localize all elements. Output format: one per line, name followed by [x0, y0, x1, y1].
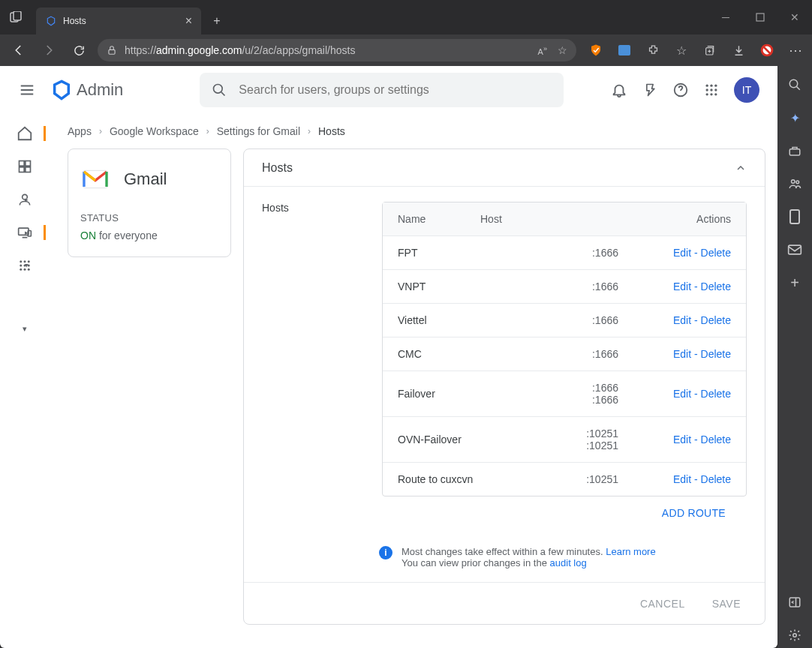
hosts-header[interactable]: Hosts	[244, 149, 765, 187]
admin-header: Admin IT	[0, 66, 777, 114]
svg-rect-20	[26, 161, 31, 166]
sidebar-add-icon[interactable]: +	[782, 270, 807, 296]
status-label: STATUS	[80, 212, 218, 224]
cell-host: :1666	[480, 280, 656, 292]
sidebar-settings-icon[interactable]	[782, 622, 807, 648]
shield-icon[interactable]	[584, 38, 608, 62]
audit-log-link[interactable]: audit log	[550, 557, 587, 568]
window-minimize-button[interactable]: ─	[708, 5, 743, 29]
adblock-icon[interactable]	[755, 38, 779, 62]
cell-actions: Edit - Delete	[656, 473, 731, 485]
nav-home-icon[interactable]	[16, 124, 34, 142]
sidebar-search-icon[interactable]	[782, 72, 807, 98]
edit-link[interactable]: Edit	[673, 280, 691, 292]
search-box[interactable]	[200, 73, 564, 107]
window-close-button[interactable]: ✕	[777, 5, 812, 29]
svg-rect-40	[790, 210, 799, 224]
window-maximize-button[interactable]	[743, 5, 777, 29]
nav-expand-icon[interactable]: ▾	[16, 320, 34, 338]
cell-actions: Edit - Delete	[656, 348, 731, 360]
nav-dashboard-icon[interactable]	[16, 158, 34, 176]
delete-link[interactable]: Delete	[701, 348, 731, 360]
svg-rect-19	[20, 161, 25, 166]
add-route-button[interactable]: ADD ROUTE	[382, 496, 747, 524]
new-tab-button[interactable]: +	[206, 10, 228, 32]
forward-button[interactable]	[35, 36, 63, 64]
apps-icon[interactable]	[704, 82, 719, 98]
delete-link[interactable]: Delete	[701, 473, 731, 485]
cancel-button[interactable]: CANCEL	[640, 598, 685, 610]
cell-actions: Edit - Delete	[656, 314, 731, 326]
brand[interactable]: Admin	[51, 80, 123, 100]
hosts-title: Hosts	[262, 161, 293, 175]
back-button[interactable]	[5, 36, 33, 64]
reader-icon[interactable]: A»	[538, 45, 547, 56]
svg-point-11	[710, 85, 712, 87]
nav-users-icon[interactable]: ▸	[16, 190, 34, 208]
search-input[interactable]	[237, 82, 552, 98]
edit-link[interactable]: Edit	[673, 388, 691, 400]
breadcrumb-item[interactable]: Google Workspace	[110, 125, 199, 137]
more-icon[interactable]: ⋯	[783, 38, 807, 62]
menu-button[interactable]	[12, 75, 42, 105]
address-bar[interactable]: https://admin.google.com/u/2/ac/apps/gma…	[98, 39, 576, 62]
favicon-icon	[45, 15, 57, 27]
downloads-icon[interactable]	[726, 38, 750, 62]
svg-point-28	[28, 260, 30, 262]
delete-link[interactable]: Delete	[701, 280, 731, 292]
avatar[interactable]: IT	[734, 77, 759, 103]
nav-devices-icon[interactable]: ▸	[16, 224, 34, 242]
breadcrumb-item[interactable]: Apps	[68, 125, 92, 137]
gmail-card-title: Gmail	[124, 170, 167, 189]
svg-rect-21	[20, 167, 25, 172]
left-nav: ▸ ▸ ▸ ▾	[0, 114, 50, 648]
table-row: Failover:1666:1666Edit - Delete	[383, 371, 746, 417]
edit-link[interactable]: Edit	[673, 348, 691, 360]
save-button[interactable]: SAVE	[712, 598, 741, 610]
svg-point-39	[796, 181, 799, 184]
browser-sidebar: ✦ +	[777, 66, 812, 648]
collapse-icon[interactable]	[735, 162, 747, 174]
refresh-button[interactable]	[65, 36, 93, 64]
sidebar-mail-icon[interactable]	[782, 237, 807, 262]
breadcrumb-current: Hosts	[318, 125, 345, 137]
favorite-icon[interactable]: ☆	[558, 44, 567, 56]
svg-point-13	[706, 88, 708, 91]
close-tab-icon[interactable]: ×	[185, 14, 192, 28]
learn-more-link[interactable]: Learn more	[606, 546, 655, 557]
sidebar-people-icon[interactable]	[782, 171, 807, 196]
tab-actions-button[interactable]	[0, 0, 32, 34]
sidebar-phone-icon[interactable]	[782, 204, 807, 230]
svg-point-18	[714, 93, 717, 95]
delete-link[interactable]: Delete	[701, 388, 731, 400]
gmail-card: Gmail STATUS ON for everyone	[68, 148, 231, 257]
delete-link[interactable]: Delete	[701, 434, 731, 446]
edit-link[interactable]: Edit	[673, 247, 691, 259]
sidebar-sparkle-icon[interactable]: ✦	[782, 105, 807, 130]
app-icon[interactable]	[612, 38, 636, 62]
nav-apps-icon[interactable]: ▸	[16, 256, 34, 274]
favorites-menu-icon[interactable]: ☆	[669, 38, 693, 62]
edit-link[interactable]: Edit	[673, 434, 691, 446]
tasks-icon[interactable]	[642, 82, 657, 98]
extensions-icon[interactable]	[641, 38, 665, 62]
admin-page: Admin IT ▸ ▸	[0, 66, 777, 648]
delete-link[interactable]: Delete	[701, 314, 731, 326]
edit-link[interactable]: Edit	[673, 473, 691, 485]
sidebar-collapse-icon[interactable]	[782, 590, 807, 615]
help-icon[interactable]	[672, 82, 689, 98]
svg-point-34	[28, 268, 30, 271]
table-row: CMC:1666Edit - Delete	[383, 338, 746, 371]
sidebar-tools-icon[interactable]	[782, 138, 807, 164]
breadcrumb-item[interactable]: Settings for Gmail	[217, 125, 300, 137]
browser-tab[interactable]: Hosts ×	[36, 8, 201, 34]
edit-link[interactable]: Edit	[673, 314, 691, 326]
notifications-icon[interactable]	[611, 82, 627, 98]
delete-link[interactable]: Delete	[701, 247, 731, 259]
svg-point-16	[706, 93, 708, 95]
collections-icon[interactable]	[698, 38, 722, 62]
cell-name: FPT	[398, 247, 480, 259]
svg-rect-37	[789, 149, 800, 155]
svg-point-33	[24, 268, 26, 271]
svg-rect-3	[109, 50, 115, 54]
